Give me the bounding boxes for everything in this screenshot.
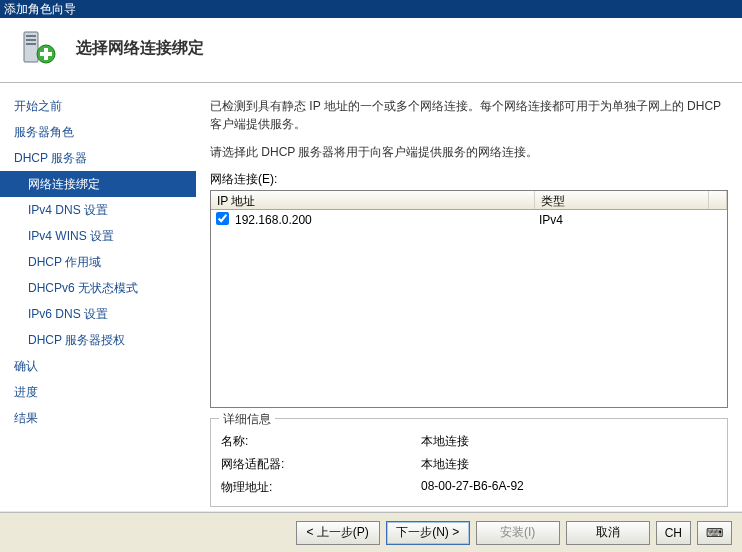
sidebar-item[interactable]: 进度 (0, 379, 196, 405)
svg-rect-2 (26, 39, 36, 41)
sidebar-item[interactable]: DHCP 作用域 (0, 249, 196, 275)
details-legend: 详细信息 (219, 411, 275, 428)
sidebar-item[interactable]: IPv4 DNS 设置 (0, 197, 196, 223)
sidebar-item[interactable]: IPv4 WINS 设置 (0, 223, 196, 249)
column-type[interactable]: 类型 (535, 191, 709, 209)
column-ip[interactable]: IP 地址 (211, 191, 535, 209)
description-text-1: 已检测到具有静态 IP 地址的一个或多个网络连接。每个网络连接都可用于为单独子网… (210, 97, 728, 133)
list-item[interactable]: 192.168.0.200IPv4 (211, 210, 727, 230)
previous-button[interactable]: < 上一步(P) (296, 521, 380, 545)
next-button[interactable]: 下一步(N) > (386, 521, 470, 545)
cancel-button[interactable]: 取消 (566, 521, 650, 545)
svg-rect-1 (26, 35, 36, 37)
sidebar-item[interactable]: 服务器角色 (0, 119, 196, 145)
detail-adapter-value: 本地连接 (421, 456, 717, 473)
cell-ip: 192.168.0.200 (233, 213, 535, 227)
sidebar-item[interactable]: DHCPv6 无状态模式 (0, 275, 196, 301)
ime-lang-button[interactable]: CH (656, 521, 691, 545)
details-group: 详细信息 名称: 本地连接 网络适配器: 本地连接 物理地址: 08-00-27… (210, 418, 728, 507)
description-text-2: 请选择此 DHCP 服务器将用于向客户端提供服务的网络连接。 (210, 143, 728, 161)
sidebar-item[interactable]: IPv6 DNS 设置 (0, 301, 196, 327)
sidebar-item[interactable]: 开始之前 (0, 93, 196, 119)
ime-keyboard-icon[interactable]: ⌨ (697, 521, 732, 545)
detail-mac-label: 物理地址: (221, 479, 421, 496)
svg-rect-6 (40, 52, 52, 56)
network-connections-list[interactable]: IP 地址 类型 192.168.0.200IPv4 (210, 190, 728, 408)
page-title: 选择网络连接绑定 (76, 38, 204, 59)
list-header: IP 地址 类型 (211, 191, 727, 210)
wizard-header: 选择网络连接绑定 (0, 18, 742, 83)
sidebar-item[interactable]: 网络连接绑定 (0, 171, 196, 197)
cell-type: IPv4 (535, 213, 563, 227)
detail-name-value: 本地连接 (421, 433, 717, 450)
wizard-footer: < 上一步(P) 下一步(N) > 安装(I) 取消 CH ⌨ (0, 512, 742, 552)
detail-mac-value: 08-00-27-B6-6A-92 (421, 479, 717, 496)
window-titlebar: 添加角色向导 (0, 0, 742, 18)
main-panel: 已检测到具有静态 IP 地址的一个或多个网络连接。每个网络连接都可用于为单独子网… (196, 83, 742, 511)
sidebar-item[interactable]: DHCP 服务器授权 (0, 327, 196, 353)
install-button: 安装(I) (476, 521, 560, 545)
connection-checkbox[interactable] (216, 212, 229, 225)
detail-adapter-label: 网络适配器: (221, 456, 421, 473)
wizard-steps-sidebar: 开始之前服务器角色DHCP 服务器网络连接绑定IPv4 DNS 设置IPv4 W… (0, 83, 196, 511)
sidebar-item[interactable]: 结果 (0, 405, 196, 431)
svg-rect-3 (26, 43, 36, 45)
sidebar-item[interactable]: 确认 (0, 353, 196, 379)
column-spacer (709, 191, 727, 209)
server-role-icon (18, 28, 58, 68)
network-connections-label: 网络连接(E): (210, 171, 728, 188)
sidebar-item[interactable]: DHCP 服务器 (0, 145, 196, 171)
detail-name-label: 名称: (221, 433, 421, 450)
